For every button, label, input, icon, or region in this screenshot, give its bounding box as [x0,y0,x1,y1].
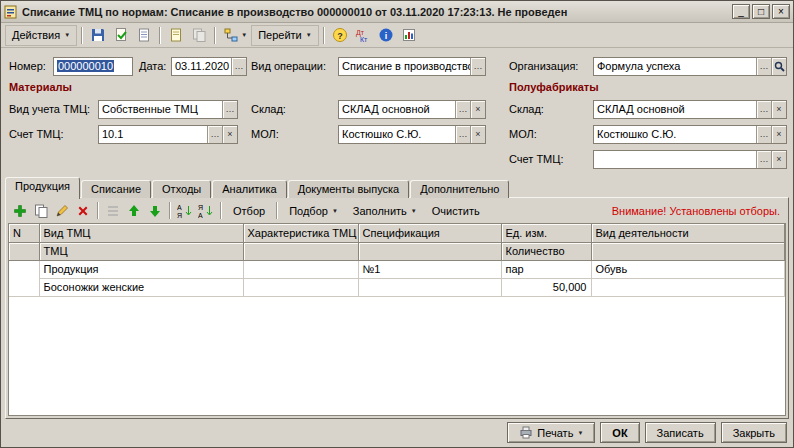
cell-empty[interactable] [243,278,358,296]
number-value-wrap[interactable]: 000000010 [54,58,132,75]
tab-dokumenty-vypuska[interactable]: Документы выпуска [288,180,410,198]
semi-warehouse-clear-button[interactable]: × [771,101,786,118]
close-window-button[interactable]: Закрыть [721,422,787,443]
items-table-container[interactable]: N Вид ТМЦ Характеристика ТМЦ Спецификаци… [8,223,786,416]
move-up-icon[interactable] [124,201,144,220]
save-icon[interactable] [87,25,109,46]
semi-warehouse-select-button[interactable]: … [756,101,771,118]
row-number-cell[interactable]: 1 [9,260,39,296]
operation-value[interactable]: Списание в производство [339,58,470,75]
number-field[interactable]: 000000010 [53,57,133,76]
semi-account-value[interactable] [594,151,756,168]
chevron-down-icon: ▼ [64,32,70,38]
tab-dopolnitelno[interactable]: Дополнительно [410,180,509,198]
fill-button[interactable]: Заполнить▼ [346,201,424,220]
operation-field[interactable]: Списание в производство … [338,57,486,76]
window-icon [4,5,18,19]
semi-account-select-button[interactable]: … [756,151,771,168]
mol-field[interactable]: Костюшко С.Ю. … × [338,125,486,144]
post-document-icon[interactable] [110,25,132,46]
semi-account-field[interactable]: … × [593,150,787,169]
tmc-account-value[interactable]: 10.1 [99,126,207,143]
tmc-account-clear-button[interactable]: × [222,126,237,143]
cell-activity[interactable]: Обувь [591,260,785,278]
copy-row-icon[interactable] [31,201,51,220]
semi-account-clear-button[interactable]: × [771,151,786,168]
semi-mol-field[interactable]: Костюшко С.Ю. … × [593,125,787,144]
toolbar-separator [159,27,161,44]
toolbar-separator [214,27,216,44]
actions-menu-button[interactable]: Действия▼ [5,25,77,46]
close-button[interactable]: × [772,4,790,19]
pick-button[interactable]: Подбор▼ [282,201,345,220]
tab-analitika[interactable]: Аналитика [212,180,286,198]
grid-toolbar-separator [276,202,278,219]
help-icon[interactable]: ? [329,25,351,46]
col-header-unit: Ед. изм. [501,224,591,242]
tmc-account-field[interactable]: 10.1 … × [98,125,238,144]
mol-value[interactable]: Костюшко С.Ю. [339,126,455,143]
new-document-icon[interactable] [165,25,187,46]
report-icon[interactable] [398,25,420,46]
move-down-icon[interactable] [145,201,165,220]
cell-specification[interactable]: №1 [358,260,501,278]
row-interval-icon[interactable] [103,201,123,220]
organization-value[interactable]: Формула успеха [594,58,756,75]
date-picker-button[interactable]: … [231,58,246,75]
cell-empty[interactable] [358,278,501,296]
pick-label: Подбор [289,205,328,217]
print-button[interactable]: Печать ▼ [507,422,595,443]
semi-mol-clear-button[interactable]: × [771,126,786,143]
tmc-account-select-button[interactable]: … [207,126,222,143]
cell-empty[interactable] [591,278,785,296]
semi-mol-select-button[interactable]: … [756,126,771,143]
clear-button[interactable]: Очистить [425,201,487,220]
edit-row-icon[interactable] [52,201,72,220]
mol-select-button[interactable]: … [455,126,470,143]
cell-unit[interactable]: пар [501,260,591,278]
date-value[interactable]: 03.11.2020 [172,58,231,75]
minimize-button[interactable]: _ [732,4,750,19]
fill-label: Заполнить [353,205,407,217]
cell-vid-tmc[interactable]: Продукция [39,260,243,278]
tab-othody[interactable]: Отходы [152,180,211,198]
cell-characteristic[interactable] [243,260,358,278]
grid-toolbar-separator [97,202,99,219]
accounting-type-select-button[interactable]: … [222,101,237,118]
semi-warehouse-value[interactable]: СКЛАД основной [594,101,756,118]
sort-desc-icon[interactable]: ЯА [196,201,216,220]
warehouse-clear-button[interactable]: × [470,101,485,118]
copy-document-icon[interactable] [188,25,210,46]
info-icon[interactable]: i [375,25,397,46]
cell-tmc[interactable]: Босоножки женские [39,278,243,296]
semi-warehouse-label: Склад: [509,100,544,119]
maximize-button[interactable]: □ [752,4,770,19]
warehouse-field[interactable]: СКЛАД основной … × [338,100,486,119]
organization-select-button[interactable]: … [756,58,771,75]
mol-clear-button[interactable]: × [470,126,485,143]
sort-asc-icon[interactable]: АЯ [175,201,195,220]
structure-icon[interactable]: ▼ [220,25,250,46]
semi-warehouse-field[interactable]: СКЛАД основной … × [593,100,787,119]
cell-quantity[interactable]: 50,000 [501,278,591,296]
accounting-type-value[interactable]: Собственные ТМЦ [99,101,222,118]
tab-produkciya[interactable]: Продукция [5,177,80,199]
warehouse-value[interactable]: СКЛАД основной [339,101,455,118]
tab-spisanie[interactable]: Списание [81,180,151,198]
document-lines-icon[interactable] [133,25,155,46]
warehouse-select-button[interactable]: … [455,101,470,118]
ok-button[interactable]: ОК [600,422,639,443]
semi-mol-value[interactable]: Костюшко С.Ю. [594,126,756,143]
save-button[interactable]: Записать [645,422,716,443]
date-field[interactable]: 03.11.2020 … [171,57,247,76]
debit-credit-icon[interactable]: ДтКт [352,25,374,46]
goto-menu-button[interactable]: Перейти▼ [251,25,319,46]
operation-select-button[interactable]: … [470,58,485,75]
accounting-type-field[interactable]: Собственные ТМЦ … [98,100,238,119]
organization-field[interactable]: Формула успеха … [593,57,787,76]
filter-button[interactable]: Отбор [226,201,272,220]
add-row-icon[interactable] [10,201,30,220]
operation-label: Вид операции: [251,57,326,76]
delete-row-icon[interactable] [73,201,93,220]
magnifier-icon[interactable] [771,58,786,75]
